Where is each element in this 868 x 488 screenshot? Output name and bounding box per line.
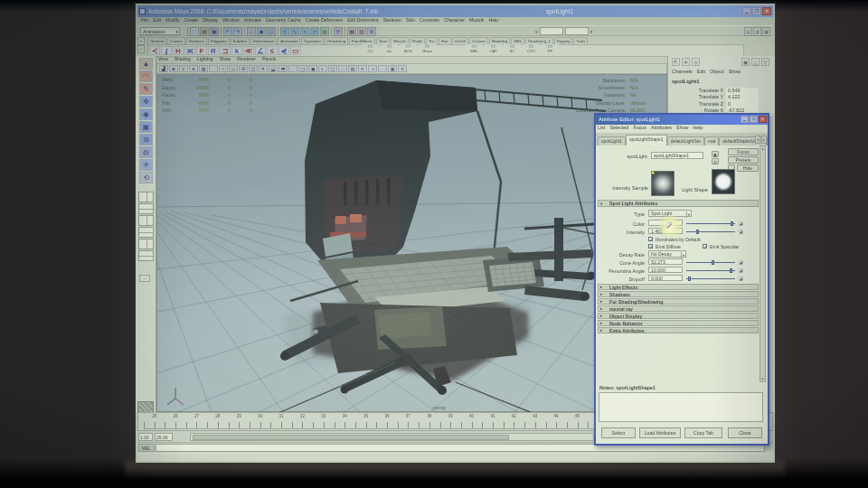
- cb-manip-icon[interactable]: ⇱: [672, 58, 680, 66]
- color-slider[interactable]: [686, 223, 735, 224]
- mel-label[interactable]: MEL: [138, 444, 155, 452]
- channel-box-menu-item[interactable]: Channels: [672, 69, 693, 74]
- snap-plane-icon[interactable]: ▱: [310, 27, 319, 36]
- perspective-viewport[interactable]: ViewShadingLightingShowRendererPanels ▟◙…: [156, 56, 667, 412]
- camera-attributes-icon[interactable]: ≡: [179, 65, 188, 72]
- emit-specular-checkbox[interactable]: ✓: [703, 244, 707, 249]
- layout-button[interactable]: two-pane-stack-layout: [138, 227, 154, 238]
- select-hierarchy-icon[interactable]: ⌂: [247, 27, 256, 36]
- viewport-menu-item[interactable]: Panels: [262, 56, 276, 63]
- save-scene-icon[interactable]: ▣: [210, 27, 219, 36]
- image-plane-icon[interactable]: ▦: [199, 65, 208, 72]
- wire-tool-icon[interactable]: ∠: [255, 46, 266, 55]
- shelf-custom-button[interactable]: CAT: [485, 44, 502, 55]
- frame-number[interactable]: 38: [419, 414, 439, 421]
- shelf-tab[interactable]: Polygons: [208, 37, 230, 44]
- ae-menu-item[interactable]: List: [598, 125, 605, 133]
- grid-toggle-icon[interactable]: ⌗: [219, 65, 228, 72]
- shelf-custom-button[interactable]: SC: [504, 44, 521, 55]
- maximize-button[interactable]: ❐: [752, 7, 761, 15]
- window-titlebar[interactable]: Autodesk Maya 2008: C:/Documents/maya/pr…: [137, 5, 773, 17]
- shelf-tab[interactable]: General: [147, 37, 166, 44]
- range-slider-bar[interactable]: [193, 435, 509, 440]
- sculpt-deformer-icon[interactable]: ≤: [267, 46, 278, 55]
- shelf-tab[interactable]: Surfaces: [186, 37, 207, 44]
- motion-path-icon[interactable]: R: [208, 46, 219, 55]
- viewport-menu-item[interactable]: Show: [220, 56, 231, 63]
- render-settings-icon[interactable]: ⚙: [367, 27, 376, 36]
- rotate-tool-icon[interactable]: ◉: [139, 108, 153, 120]
- ae-presets-button[interactable]: Presets: [728, 156, 759, 164]
- close-button[interactable]: ✕: [762, 7, 771, 15]
- construction-history-icon[interactable]: ⟳: [334, 27, 343, 36]
- select-object-icon[interactable]: ◆: [257, 27, 266, 36]
- frame-number[interactable]: 32: [292, 414, 313, 421]
- menu-item[interactable]: Animate: [244, 17, 261, 25]
- ae-section-bar[interactable]: Node Behavior: [598, 320, 759, 326]
- universal-manipulator-icon[interactable]: ⊞: [139, 134, 153, 145]
- frame-number[interactable]: 30: [250, 414, 270, 421]
- frame-number[interactable]: 44: [545, 414, 566, 421]
- smooth-shade-icon[interactable]: ◼: [308, 65, 317, 72]
- ae-focus-button[interactable]: Focus: [728, 148, 759, 155]
- channel-box-menu-item[interactable]: Edit: [697, 69, 705, 74]
- points-icon[interactable]: ∴: [338, 65, 347, 72]
- penumbra-field[interactable]: 10.000: [648, 267, 683, 273]
- ae-minimize-button[interactable]: ▁: [741, 116, 749, 123]
- soft-mod-tool-icon[interactable]: ◍: [139, 146, 153, 158]
- isolate-select-icon[interactable]: ▣: [388, 65, 397, 72]
- viewport-menu-item[interactable]: Lighting: [197, 56, 213, 63]
- ae-notes-area[interactable]: [599, 392, 763, 422]
- open-scene-icon[interactable]: ▤: [200, 27, 209, 36]
- frame-number[interactable]: 34: [335, 414, 355, 421]
- shelf-tab[interactable]: Fluids: [410, 37, 425, 44]
- cone-angle-slider-handle[interactable]: [712, 260, 714, 265]
- wireframe-icon[interactable]: ◻: [298, 65, 307, 72]
- menu-item[interactable]: Create Deformers: [306, 17, 343, 25]
- menu-set-dropdown[interactable]: Animation: [140, 27, 180, 35]
- paint-select-tool-icon[interactable]: ✎: [139, 83, 153, 95]
- ae-focus-arrow-1[interactable]: ◉: [712, 151, 719, 157]
- lock-camera-icon[interactable]: ◙: [169, 65, 178, 72]
- cb-lock-icon[interactable]: ◉: [741, 58, 750, 66]
- ae-section-bar[interactable]: mental ray: [598, 305, 759, 312]
- channel-attribute-row[interactable]: Translate Y4.122: [668, 94, 775, 100]
- ae-section-bar[interactable]: Light Effects: [598, 284, 759, 290]
- decay-rate-dropdown[interactable]: No Decay: [648, 250, 686, 258]
- redo-icon[interactable]: ↷: [233, 27, 242, 36]
- ae-menu-item[interactable]: Attributes: [651, 125, 672, 133]
- cb-mute-icon[interactable]: ▽: [761, 58, 769, 66]
- range-min-field[interactable]: 25.00: [155, 433, 173, 441]
- frame-number[interactable]: 35: [355, 414, 376, 421]
- jiggle-deformer-icon[interactable]: ▭: [290, 46, 301, 55]
- ik-spline-icon[interactable]: Ж: [184, 46, 195, 55]
- layout-button[interactable]: single-pane-layout: [138, 192, 154, 202]
- shelf-custom-button[interactable]: PP: [542, 44, 559, 55]
- dropoff-slider-handle[interactable]: [688, 277, 691, 281]
- menu-item[interactable]: Window: [222, 17, 239, 25]
- coord-field-2[interactable]: [565, 27, 589, 35]
- frame-number[interactable]: 39: [439, 414, 460, 421]
- frame-number[interactable]: 41: [482, 414, 503, 421]
- range-start-field[interactable]: 1.00: [138, 433, 153, 441]
- range-slider-groove[interactable]: [190, 433, 594, 441]
- penumbra-spin[interactable]: ◪: [739, 267, 744, 273]
- coord-field-1[interactable]: [540, 27, 563, 35]
- cb-hyperbolic-icon[interactable]: ⟐: [692, 58, 700, 66]
- shelf-tab[interactable]: Animation: [278, 37, 300, 44]
- layout-button[interactable]: two-pane-side-layout: [138, 215, 154, 226]
- menu-item[interactable]: File: [141, 17, 148, 25]
- ae-button[interactable]: Load Attributes: [639, 427, 681, 438]
- dropoff-spin[interactable]: ◪: [739, 276, 744, 281]
- illuminates-checkbox[interactable]: ✓: [648, 237, 653, 241]
- ae-section-bar[interactable]: Object Display: [598, 313, 759, 319]
- frame-number[interactable]: 42: [504, 414, 524, 421]
- frame-number[interactable]: 26: [165, 414, 185, 421]
- ae-menu-item[interactable]: Help: [693, 125, 703, 133]
- penumbra-slider[interactable]: [686, 270, 735, 271]
- menu-item[interactable]: Create: [184, 17, 199, 25]
- ae-menu-item[interactable]: Show: [676, 125, 689, 133]
- set-breakdown-icon[interactable]: ʄ: [161, 46, 172, 55]
- frame-number[interactable]: 43: [524, 414, 545, 421]
- toolbox-minimize[interactable]: -: [139, 275, 150, 282]
